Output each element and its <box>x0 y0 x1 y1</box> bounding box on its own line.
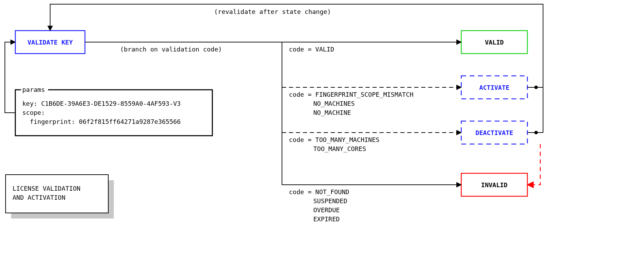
valid-node: VALID <box>461 31 527 54</box>
edge-deactivate-to-invalid <box>527 144 540 185</box>
branch-note: (branch on validation code) <box>120 46 222 53</box>
activate-label: ACTIVATE <box>479 84 510 91</box>
revalidate-note: (revalidate after state change) <box>214 8 331 15</box>
validate-key-node: VALIDATE KEY <box>15 31 85 54</box>
deactivate-label: DEACTIVATE <box>476 129 513 136</box>
activate-code-1: NO_MACHINES <box>313 100 355 107</box>
activate-code-0: code = FINGERPRINT_SCOPE_MISMATCH <box>289 91 414 98</box>
invalid-code-3: EXPIRED <box>313 215 340 223</box>
invalid-node: INVALID <box>461 173 527 196</box>
params-legend: params <box>22 86 45 93</box>
join-dot-activate <box>534 86 538 89</box>
join-dot-deactivate <box>534 131 538 134</box>
deactivate-code-1: TOO_MANY_CORES <box>313 145 366 152</box>
validate-key-label: VALIDATE KEY <box>28 39 73 46</box>
diagram-canvas: LICENSE VALIDATION AND ACTIVATION VALIDA… <box>0 0 644 254</box>
edge-params-to-validate <box>5 42 15 113</box>
title-card: LICENSE VALIDATION AND ACTIVATION <box>6 175 114 219</box>
params-scope: scope: <box>22 109 45 116</box>
activate-code-2: NO_MACHINE <box>313 109 351 116</box>
deactivate-node: DEACTIVATE <box>461 121 527 144</box>
params-box: params key: C1B6DE-39A6E3-DE1529-8559A0-… <box>15 86 212 136</box>
activate-node: ACTIVATE <box>461 76 527 99</box>
title-line2: AND ACTIVATION <box>13 194 65 201</box>
params-key: key: C1B6DE-39A6E3-DE1529-8559A0-4AF593-… <box>22 100 181 107</box>
params-fingerprint: fingerprint: 06f2f815ff64271a9287e365566 <box>22 118 181 125</box>
invalid-code-1: SUSPENDED <box>313 197 347 205</box>
invalid-label: INVALID <box>481 181 508 189</box>
invalid-code-0: code = NOT_FOUND <box>289 188 349 196</box>
valid-label: VALID <box>485 39 504 46</box>
deactivate-code-0: code = TOO_MANY_MACHINES <box>289 136 379 143</box>
valid-code-0: code = VALID <box>289 46 334 53</box>
invalid-code-2: OVERDUE <box>313 206 340 214</box>
title-line1: LICENSE VALIDATION <box>13 185 80 192</box>
